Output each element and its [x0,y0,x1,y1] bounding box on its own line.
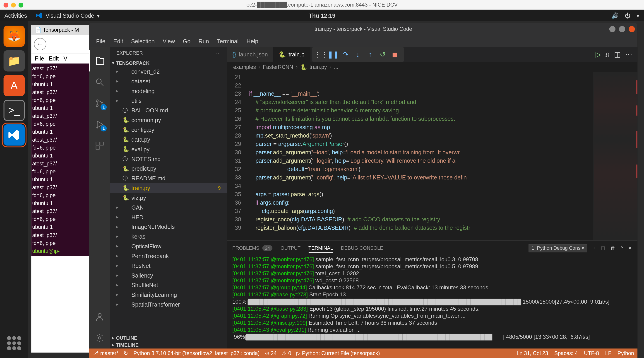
run-button[interactable]: ▷ [596,50,601,59]
menu-help[interactable]: Help [243,37,262,45]
tree-item-hed[interactable]: HED [110,212,227,222]
close-panel-icon[interactable]: ✕ [628,245,632,251]
bg-menu[interactable]: File Edit V [31,54,90,64]
project-section[interactable]: TENSORPACK [110,60,227,67]
accounts-activity[interactable] [89,306,110,327]
terminal-launcher[interactable]: >_ [4,100,25,121]
minimap[interactable] [594,72,638,240]
back-button[interactable]: ← [34,38,46,50]
tree-item-convert_d2[interactable]: convert_d2 [110,67,227,76]
encoding-status[interactable]: UTF-8 [584,350,599,356]
menu-selection[interactable]: Selection [128,37,158,45]
volume-icon[interactable]: 🔊 [612,12,618,19]
more-actions-icon[interactable]: ⋯ [625,50,632,59]
tree-item-common-py[interactable]: 🐍common.py [110,115,227,125]
menu-go[interactable]: Go [179,37,194,45]
debug-console-tab[interactable]: DEBUG CONSOLE [341,244,383,252]
stop-button[interactable]: ◼ [390,49,400,60]
terminal-output[interactable]: [0401 11:37:57 @monitor.py:476] sample_f… [227,255,638,348]
tree-item-shufflenet[interactable]: ShuffleNet [110,280,227,290]
editor-content[interactable]: 21222324252627282930313233343536373839 i… [227,72,638,240]
bg-tab[interactable]: 📄 Tensorpack - M [31,25,90,35]
pause-button[interactable]: ❚❚ [328,49,338,60]
tree-item-spatialtransformer[interactable]: SpatialTransformer [110,299,227,309]
more-icon[interactable]: ⋯ [216,50,221,56]
sync-status[interactable]: ↻ [124,350,128,356]
software-launcher[interactable]: A [4,75,25,96]
debug-target-status[interactable]: ▷ Python: Current File (tensorpack) [296,350,380,356]
menu-view[interactable]: View [159,37,179,45]
diff-icon[interactable]: ⎌ [605,51,610,59]
tree-item-train-py[interactable]: 🐍train.py9+ [110,183,227,193]
interpreter-status[interactable]: Python 3.7.10 64-bit ('tensorflow2_lates… [133,350,260,356]
errors-status[interactable]: ⊘ 24 [265,350,277,356]
maximize-window-button[interactable] [18,3,23,7]
system-status[interactable]: 🔊 ⏻ ▾ [612,12,640,19]
tree-item-utils[interactable]: utils [110,96,227,105]
menu-run[interactable]: Run [195,37,213,45]
terminal-selector[interactable]: 1: Python Debug Cons ▾ [528,244,588,252]
language-status[interactable]: Python [618,350,634,356]
power-icon[interactable]: ⏻ [625,12,630,19]
current-app-menu[interactable]: Visual Studio Code ▾ [36,12,100,19]
show-applications[interactable] [4,333,25,354]
scm-activity[interactable]: 1 [89,93,110,114]
tree-item-penntreebank[interactable]: PennTreebank [110,251,227,261]
tree-item-balloon-md[interactable]: ⓘBALLOON.md [110,105,227,115]
menu-terminal[interactable]: Terminal [213,37,242,45]
maximize-button[interactable] [619,26,625,32]
tree-item-data-py[interactable]: 🐍data.py [110,135,227,144]
restart-button[interactable]: ↺ [377,49,388,60]
tree-item-notes-md[interactable]: ⓘNOTES.md [110,154,227,164]
step-over-button[interactable]: ↷ [340,49,351,60]
tree-item-eval-py[interactable]: 🐍eval.py [110,144,227,154]
step-into-button[interactable]: ↓ [352,49,363,60]
eol-status[interactable]: LF [605,350,612,356]
tree-item-imagenetmodels[interactable]: ImageNetModels [110,222,227,232]
branch-status[interactable]: ⎇ master* [92,350,118,356]
breadcrumbs[interactable]: examples› FasterRCNN› 🐍train.py› ... [227,62,638,72]
vscode-titlebar[interactable]: train.py - tensorpack - Visual Studio Co… [89,23,638,35]
editor-tab-launch-json[interactable]: {}launch.json [227,47,274,62]
run-activity[interactable]: 1 [89,114,110,135]
vscode-launcher[interactable] [4,124,25,145]
outline-section[interactable]: OUTLINE [110,334,227,341]
close-window-button[interactable] [4,3,8,7]
menu-edit[interactable]: Edit [110,37,127,45]
warnings-status[interactable]: ⚠ 0 [282,350,291,356]
tree-item-resnet[interactable]: ResNet [110,261,227,270]
activities-button[interactable]: Activities [4,12,27,19]
clock[interactable]: Thu 12:19 [309,12,335,19]
tree-item-opticalflow[interactable]: OpticalFlow [110,241,227,251]
kill-terminal-icon[interactable]: 🗑 [610,245,615,251]
tree-item-similaritylearning[interactable]: SimilarityLearning [110,290,227,299]
explorer-activity[interactable] [89,50,110,71]
problems-tab[interactable]: PROBLEMS 24 [232,244,273,252]
terminal-tab[interactable]: TERMINAL [308,243,333,253]
tree-item-gan[interactable]: GAN [110,203,227,212]
tree-item-dataset[interactable]: dataset [110,76,227,86]
tree-item-predict-py[interactable]: 🐍predict.py [110,164,227,173]
tree-item-config-py[interactable]: 🐍config.py [110,125,227,135]
close-button[interactable] [628,26,635,32]
output-tab[interactable]: OUTPUT [280,244,300,252]
split-editor-icon[interactable]: ◫ [614,50,621,59]
code-area[interactable]: if __name__ == '__main__': # "spawn/fork… [249,72,594,240]
menu-file[interactable]: File [92,37,109,45]
timeline-section[interactable]: TIMELINE [110,341,227,348]
drag-handle-icon[interactable]: ⋮⋮ [316,49,326,60]
minimize-button[interactable] [609,26,616,32]
minimize-window-button[interactable] [11,3,16,7]
split-terminal-icon[interactable]: ◫ [601,245,605,251]
tree-item-modeling[interactable]: modeling [110,86,227,96]
extensions-activity[interactable] [89,135,110,156]
search-activity[interactable] [89,71,110,93]
maximize-panel-icon[interactable]: ^ [621,245,623,251]
settings-activity[interactable] [89,327,110,348]
cursor-position[interactable]: Ln 31, Col 23 [517,350,548,356]
editor-tab-train-p[interactable]: 🐍train.p [274,47,310,62]
tree-item-keras[interactable]: keras [110,232,227,241]
indentation-status[interactable]: Spaces: 4 [554,350,578,356]
tree-item-readme-md[interactable]: ⓘREADME.md [110,173,227,183]
firefox-launcher[interactable]: 🦊 [4,26,25,47]
